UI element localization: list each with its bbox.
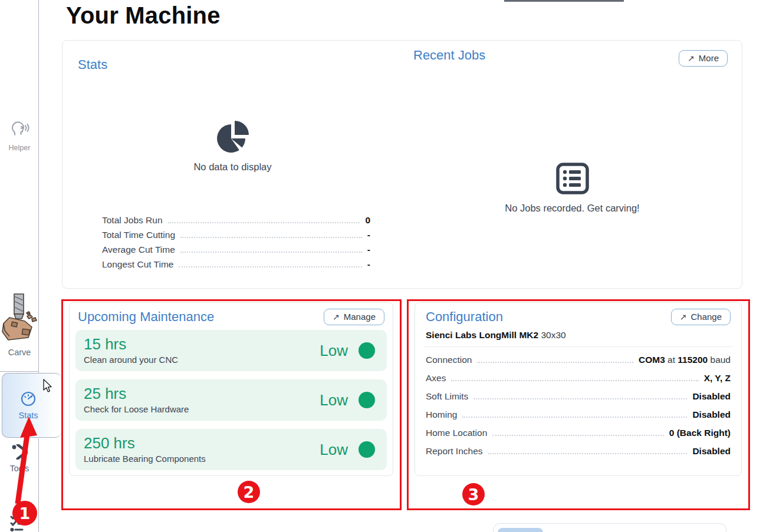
external-link-icon: ↗ <box>688 54 695 63</box>
configuration-list: Connection COM3 at 115200 baud Axes X, Y… <box>423 347 733 460</box>
maintenance-hours: 25 hrs <box>84 386 189 402</box>
change-button[interactable]: ↗ Change <box>671 309 731 325</box>
dotted-leader <box>492 435 664 436</box>
configuration-label: Report Inches <box>426 446 483 457</box>
configuration-value: COM3 at 115200 baud <box>639 355 731 365</box>
maintenance-item[interactable]: 250 hrs Lubricate Bearing Components Low <box>75 429 387 470</box>
recent-jobs-title: Recent Jobs <box>413 48 485 63</box>
dotted-leader <box>180 252 362 253</box>
dotted-leader <box>462 417 687 418</box>
maintenance-item[interactable]: 15 hrs Clean around your CNC Low <box>75 330 387 371</box>
stat-value: - <box>367 230 370 240</box>
configuration-value: Disabled <box>692 391 731 402</box>
status-dot-icon <box>359 342 375 359</box>
stat-row: Total Time Cutting - <box>102 227 370 242</box>
manage-button[interactable]: ↗ Manage <box>324 309 384 325</box>
stats-gauge-icon <box>19 391 37 409</box>
stat-value: - <box>367 259 370 270</box>
configuration-label: Soft Limits <box>426 391 468 402</box>
stats-recent-jobs-card: Stats No data to display Total Jobs Run … <box>62 40 742 289</box>
maintenance-task: Check for Loose Hardware <box>84 404 189 414</box>
maintenance-list: 15 hrs Clean around your CNC Low 25 hrs … <box>75 330 387 470</box>
annotation-badge-2: 2 <box>238 481 260 503</box>
recent-jobs-empty-state: No Jobs recorded. Get carving! <box>403 162 742 214</box>
page-title: Your Machine <box>66 2 221 29</box>
stats-empty-text: No data to display <box>193 161 271 173</box>
sidebar-item-label: Carve <box>8 348 31 357</box>
job-list-icon <box>555 162 590 197</box>
recent-jobs-panel: Recent Jobs ↗ More No Jobs reco <box>403 41 742 288</box>
sidebar-item-checklist[interactable] <box>0 512 39 532</box>
sidebar-item-label: Stats <box>18 411 38 420</box>
maintenance-item[interactable]: 25 hrs Check for Loose Hardware Low <box>75 379 387 421</box>
configuration-value: X, Y, Z <box>704 373 731 384</box>
configuration-row: Soft Limits Disabled <box>426 387 731 405</box>
configuration-label: Axes <box>426 373 446 384</box>
external-link-icon: ↗ <box>680 312 687 322</box>
dotted-leader <box>477 362 633 363</box>
maintenance-title: Upcoming Maintenance <box>78 309 214 325</box>
dotted-leader <box>451 380 698 381</box>
stat-value: - <box>367 244 370 255</box>
top-cropped-element <box>504 0 624 2</box>
sidebar-item-label: Helper <box>9 144 31 152</box>
machine-name-line: Sienci Labs LongMill MK2 30x30 <box>423 328 733 347</box>
recent-jobs-empty-text: No Jobs recorded. Get carving! <box>505 203 639 214</box>
stat-value: 0 <box>365 215 370 226</box>
sidebar: Helper <box>0 0 39 532</box>
more-button[interactable]: ↗ More <box>679 50 728 67</box>
maintenance-severity: Low <box>320 441 348 459</box>
stat-row: Total Jobs Run 0 <box>102 213 370 227</box>
maintenance-severity: Low <box>320 342 348 360</box>
stats-empty-state: No data to display <box>63 117 403 173</box>
bottom-cropped-button[interactable] <box>498 528 543 532</box>
dotted-leader <box>488 453 688 454</box>
app-window: Helper <box>0 0 763 532</box>
configuration-label: Connection <box>426 355 472 365</box>
stat-label: Longest Cut Time <box>102 259 173 270</box>
configuration-row: Axes X, Y, Z <box>426 369 731 387</box>
configuration-title: Configuration <box>426 309 503 325</box>
configuration-value: 0 (Back Right) <box>669 428 731 438</box>
bottom-cropped-card <box>493 523 726 532</box>
maintenance-task: Lubricate Bearing Components <box>84 454 206 464</box>
sidebar-item-tools[interactable]: Tools <box>0 444 39 473</box>
status-dot-icon <box>359 441 375 458</box>
stats-list: Total Jobs Run 0 Total Time Cutting - Av… <box>102 213 370 272</box>
sidebar-item-carve[interactable]: Carve <box>0 293 39 357</box>
maintenance-hours: 15 hrs <box>84 336 178 352</box>
maintenance-task: Clean around your CNC <box>84 355 178 365</box>
stat-label: Average Cut Time <box>102 244 175 255</box>
stat-row: Longest Cut Time - <box>102 257 370 272</box>
dotted-leader <box>168 222 360 223</box>
helper-icon <box>9 118 30 142</box>
configuration-label: Homing <box>426 409 457 420</box>
checklist-icon <box>9 512 30 532</box>
status-dot-icon <box>359 392 375 408</box>
configuration-row: Connection COM3 at 115200 baud <box>426 351 731 369</box>
configuration-row: Home Location 0 (Back Right) <box>426 424 731 442</box>
configuration-row: Homing Disabled <box>426 405 731 424</box>
pie-chart-icon <box>215 117 251 156</box>
stats-panel-title: Stats <box>78 57 107 72</box>
dotted-leader <box>473 398 687 399</box>
configuration-label: Home Location <box>426 428 487 438</box>
maintenance-severity: Low <box>320 391 348 409</box>
sidebar-item-label: Tools <box>10 464 29 473</box>
sidebar-item-stats-active[interactable]: Stats <box>2 373 61 438</box>
machine-variant: 30x30 <box>541 330 566 340</box>
carve-icon <box>1 293 38 346</box>
maintenance-hours: 250 hrs <box>84 435 206 451</box>
annotation-badge-3: 3 <box>462 483 485 505</box>
maintenance-card: Upcoming Maintenance ↗ Manage 15 hrs Cle… <box>69 302 393 476</box>
stat-label: Total Time Cutting <box>102 230 175 240</box>
sidebar-divider <box>0 371 38 372</box>
sidebar-item-helper[interactable]: Helper <box>0 118 39 152</box>
tools-icon <box>11 444 28 462</box>
configuration-value: Disabled <box>692 446 731 457</box>
machine-name: Sienci Labs LongMill MK2 <box>426 330 538 340</box>
stat-label: Total Jobs Run <box>102 215 163 226</box>
configuration-card: Configuration ↗ Change Sienci Labs LongM… <box>415 302 742 476</box>
dotted-leader <box>179 266 361 267</box>
external-link-icon: ↗ <box>333 312 340 322</box>
